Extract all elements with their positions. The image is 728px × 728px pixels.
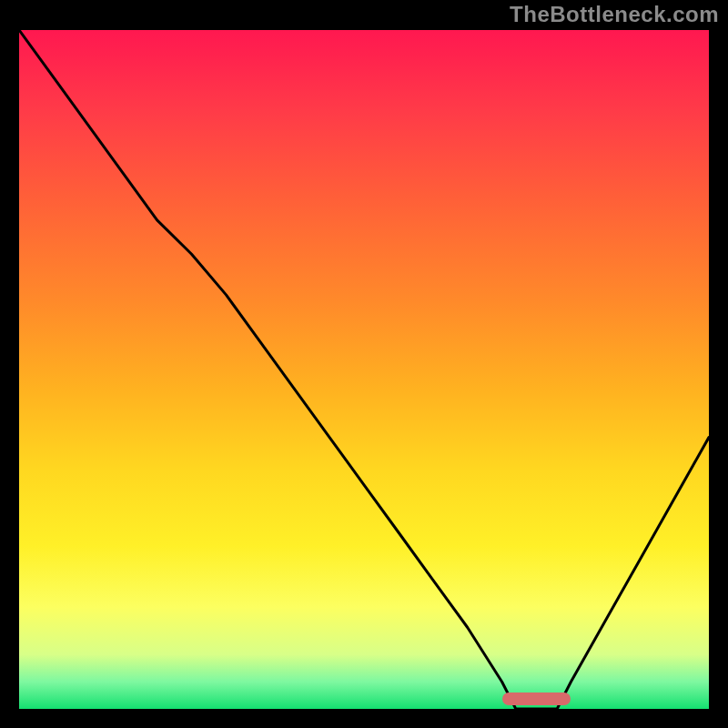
plot-area — [16, 27, 712, 712]
optimal-range-marker — [502, 693, 571, 705]
bottleneck-curve — [19, 30, 709, 709]
chart-frame: TheBottleneck.com — [0, 0, 728, 728]
watermark-text: TheBottleneck.com — [510, 2, 719, 27]
curve-path — [19, 30, 709, 709]
